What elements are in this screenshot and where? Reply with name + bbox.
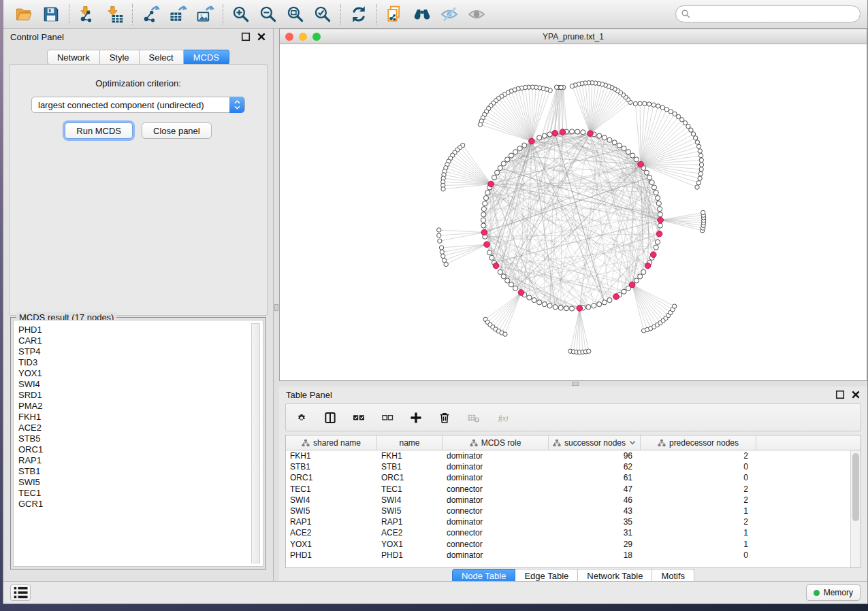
table-cell-successor_nodes[interactable]: 31 — [549, 528, 641, 538]
graph-node[interactable] — [617, 143, 622, 148]
mcds-result-item[interactable]: CAR1 — [18, 335, 261, 346]
mcds-hub-node[interactable] — [488, 181, 494, 187]
table-cell-mcds_role[interactable]: dominator — [443, 462, 549, 472]
mcds-hub-node[interactable] — [588, 131, 594, 137]
satellite-node[interactable] — [437, 233, 441, 237]
satellite-node[interactable] — [691, 132, 695, 136]
graph-node[interactable] — [622, 146, 626, 151]
table-row[interactable]: RAP1RAP1dominator352 — [286, 516, 861, 527]
graph-node[interactable] — [509, 282, 513, 287]
graph-node[interactable] — [658, 212, 662, 217]
mcds-hub-node[interactable] — [656, 231, 662, 237]
table-cell-mcds_role[interactable]: connector — [443, 484, 549, 494]
mcds-result-item[interactable]: GCR1 — [18, 499, 261, 510]
satellite-node[interactable] — [441, 254, 445, 258]
graph-node[interactable] — [505, 278, 510, 283]
graph-node[interactable] — [630, 153, 635, 158]
network-view-titlebar[interactable]: YPA_prune.txt_1 — [280, 29, 867, 44]
table-row[interactable]: SWI5SWI5connector431 — [286, 506, 861, 516]
table-cell-name[interactable]: SWI5 — [377, 506, 443, 516]
graph-node[interactable] — [654, 191, 658, 195]
mcds-result-item[interactable]: TID3 — [18, 357, 261, 368]
satellite-node[interactable] — [695, 185, 699, 189]
satellite-node[interactable] — [664, 108, 669, 112]
zoom-fit-button[interactable] — [282, 2, 309, 27]
table-cell-mcds_role[interactable]: dominator — [443, 495, 549, 505]
satellite-node[interactable] — [656, 104, 660, 108]
satellite-node[interactable] — [701, 210, 705, 214]
table-cell-predecessor_nodes[interactable]: 1 — [641, 506, 756, 516]
graph-node[interactable] — [634, 278, 639, 283]
mcds-result-item[interactable]: SWI4 — [18, 379, 261, 390]
table-row[interactable]: PHD1PHD1dominator180 — [286, 550, 861, 561]
column-header-shared-name[interactable]: shared name — [286, 435, 377, 450]
graph-node[interactable] — [564, 306, 568, 311]
table-cell-successor_nodes[interactable]: 61 — [549, 473, 641, 482]
graph-node[interactable] — [495, 170, 500, 175]
satellite-node[interactable] — [693, 136, 697, 140]
graph-node[interactable] — [509, 153, 513, 158]
table-row[interactable]: SWI4SWI4dominator462 — [286, 495, 861, 506]
mcds-hub-node[interactable] — [552, 130, 558, 136]
table-cell-predecessor_nodes[interactable]: 1 — [641, 528, 756, 538]
satellite-node[interactable] — [669, 110, 673, 114]
close-table-panel-icon[interactable] — [851, 390, 861, 399]
mcds-result-item[interactable]: STP4 — [18, 346, 261, 357]
table-cell-mcds_role[interactable]: connector — [443, 540, 549, 549]
graph-node[interactable] — [483, 195, 488, 200]
satellite-node[interactable] — [647, 102, 651, 106]
satellite-node[interactable] — [559, 85, 563, 89]
satellite-node[interactable] — [696, 181, 701, 185]
mcds-result-item[interactable]: STB5 — [18, 433, 261, 444]
table-cell-shared_name[interactable]: YOX1 — [286, 540, 377, 549]
satellite-node[interactable] — [643, 101, 647, 105]
table-cell-predecessor_nodes[interactable]: 0 — [641, 462, 756, 472]
table-cell-predecessor_nodes[interactable]: 0 — [641, 550, 756, 560]
table-cell-shared_name[interactable]: SWI4 — [286, 495, 377, 505]
table-cell-successor_nodes[interactable]: 62 — [549, 462, 641, 472]
satellite-node[interactable] — [698, 171, 703, 176]
mcds-result-list[interactable]: PHD1CAR1STP4TID3YOX1SWI4SRD1PMA2FKH1ACE2… — [13, 320, 263, 567]
table-cell-name[interactable]: RAP1 — [377, 517, 443, 527]
table-cell-shared_name[interactable]: ACE2 — [286, 528, 377, 538]
satellite-node[interactable] — [503, 332, 507, 336]
satellite-node[interactable] — [699, 158, 703, 162]
mcds-hub-node[interactable] — [560, 129, 566, 135]
graph-node[interactable] — [498, 165, 502, 170]
run-mcds-button[interactable]: Run MCDS — [65, 122, 133, 139]
import-table-button[interactable] — [101, 2, 128, 27]
network-from-selection-button[interactable] — [381, 2, 408, 27]
table-settings-button[interactable] — [293, 409, 310, 427]
table-cell-predecessor_nodes[interactable]: 1 — [641, 540, 756, 549]
satellite-node[interactable] — [478, 122, 482, 127]
graph-node[interactable] — [501, 161, 506, 166]
graph-node[interactable] — [575, 129, 580, 134]
network-canvas[interactable] — [280, 44, 867, 380]
graph-node[interactable] — [547, 303, 552, 308]
graph-node[interactable] — [483, 201, 487, 206]
mcds-hub-node[interactable] — [651, 252, 657, 258]
table-cell-successor_nodes[interactable]: 46 — [549, 495, 641, 505]
graph-node[interactable] — [622, 289, 626, 294]
table-cell-mcds_role[interactable]: connector — [443, 528, 549, 538]
table-cell-successor_nodes[interactable]: 18 — [549, 550, 641, 560]
table-cell-shared_name[interactable]: ORC1 — [286, 473, 377, 482]
table-cell-successor_nodes[interactable]: 29 — [549, 540, 641, 549]
graph-node[interactable] — [586, 305, 591, 310]
export-table-button[interactable] — [164, 2, 191, 27]
graph-node[interactable] — [513, 286, 518, 291]
satellite-node[interactable] — [440, 250, 444, 254]
mcds-result-item[interactable]: TEC1 — [18, 488, 261, 499]
mcds-result-item[interactable]: PMA2 — [18, 401, 261, 412]
float-panel-icon[interactable] — [241, 32, 251, 42]
graph-node[interactable] — [498, 269, 502, 274]
float-table-panel-icon[interactable] — [835, 390, 845, 399]
graph-node[interactable] — [607, 298, 612, 303]
unselect-all-columns-button[interactable] — [379, 409, 396, 427]
mcds-hub-node[interactable] — [613, 294, 620, 300]
table-cell-shared_name[interactable]: RAP1 — [286, 517, 377, 527]
horizontal-splitter[interactable] — [279, 381, 867, 386]
column-header-name[interactable]: name — [377, 435, 443, 450]
mcds-hub-node[interactable] — [484, 242, 490, 248]
graph-node[interactable] — [537, 135, 542, 140]
